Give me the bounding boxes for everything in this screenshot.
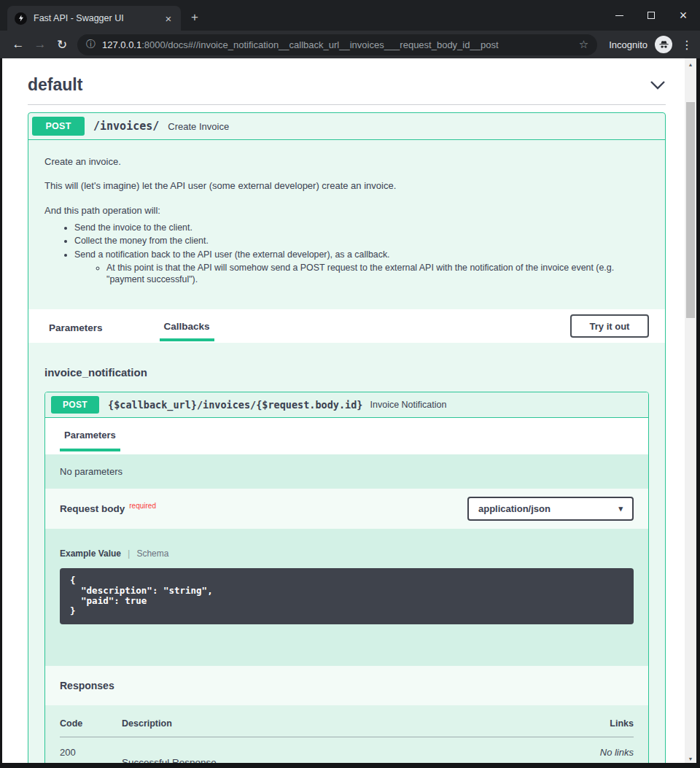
- column-header-links: Links: [546, 718, 634, 737]
- tab-title: Fast API - Swagger UI: [34, 13, 162, 23]
- chevron-down-icon[interactable]: [650, 80, 666, 90]
- scroll-up-icon[interactable]: ▲: [685, 62, 696, 67]
- browser-toolbar: ← → ↻ ⓘ 127.0.0.1:8000/docs#//invoice_no…: [0, 31, 700, 58]
- callback-summary-text: Invoice Notification: [370, 400, 447, 410]
- tab-separator: |: [128, 548, 130, 559]
- callback-parameters-tabrow: Parameters: [45, 418, 648, 454]
- code-line: "description": "string",: [70, 586, 623, 596]
- opblock-post-invoices: POST /invoices/ Create Invoice Create an…: [28, 112, 666, 768]
- description-list: Send the invoice to the client. Collect …: [74, 222, 649, 286]
- page-area: default POST /invoices/ Create Invoice C…: [0, 58, 700, 768]
- no-parameters-row: No parameters: [45, 454, 648, 489]
- content-type-select[interactable]: application/json ▾: [467, 497, 634, 521]
- example-tabs: Example Value | Schema: [60, 548, 634, 559]
- list-item: Collect the money from the client.: [74, 236, 649, 247]
- section-title: default: [28, 75, 82, 95]
- list-item: Send a notification back to the API user…: [74, 249, 649, 286]
- required-flag: required: [129, 502, 156, 510]
- close-icon[interactable]: ×: [675, 7, 691, 23]
- code-line: }: [70, 606, 623, 616]
- reload-icon[interactable]: ↻: [51, 37, 73, 53]
- scrollbar-thumb[interactable]: [686, 102, 695, 318]
- tab-parameters[interactable]: Parameters: [44, 313, 107, 340]
- maximize-icon[interactable]: [643, 7, 659, 23]
- window-bottom-edge: [0, 763, 700, 768]
- request-body-label: Request bodyrequired: [60, 503, 156, 514]
- window-controls: ×: [611, 0, 691, 31]
- scroll-down-icon[interactable]: ▼: [685, 756, 696, 761]
- tab-bar: Fast API - Swagger UI × + ×: [0, 0, 700, 31]
- bookmark-star-icon[interactable]: ☆: [572, 38, 588, 51]
- browser-tab[interactable]: Fast API - Swagger UI ×: [7, 6, 181, 31]
- code-line: {: [70, 575, 623, 586]
- description-sublist: At this point is that the API will someh…: [106, 263, 617, 285]
- callback-summary[interactable]: POST {$callback_url}/invoices/{$request.…: [45, 392, 648, 418]
- description-paragraph: This will (let's imagine) let the API us…: [44, 180, 649, 192]
- back-icon[interactable]: ←: [7, 37, 29, 52]
- code-line: "paid": true: [70, 596, 623, 606]
- list-item: Send the invoice to the client.: [74, 222, 649, 234]
- tab-parameters[interactable]: Parameters: [60, 418, 120, 451]
- opblock-description: Create an invoice. This will (let's imag…: [28, 140, 665, 309]
- tab-callbacks[interactable]: Callbacks: [160, 311, 214, 341]
- responses-heading: Responses: [45, 666, 648, 705]
- tab-example-value[interactable]: Example Value: [60, 548, 121, 559]
- content-type-value: application/json: [478, 503, 551, 514]
- try-it-out-button[interactable]: Try it out: [570, 314, 649, 338]
- column-header-code: Code: [60, 718, 122, 737]
- description-paragraph: Create an invoice.: [44, 156, 649, 168]
- column-header-description: Description: [122, 718, 546, 737]
- url-text: 127.0.0.1:8000/docs#//invoice_notificati…: [102, 39, 499, 50]
- menu-dots-icon[interactable]: ⋮: [681, 38, 693, 52]
- list-item: At this point is that the API will someh…: [106, 263, 617, 285]
- method-badge: POST: [32, 117, 85, 136]
- window-right-edge: [696, 58, 700, 768]
- section-divider: [28, 104, 666, 105]
- callbacks-section: invoice_notification POST {$callback_url…: [28, 343, 665, 768]
- operation-tabs: Parameters Callbacks Try it out: [28, 309, 665, 343]
- browser-window: Fast API - Swagger UI × + × ← → ↻ ⓘ 127.…: [0, 0, 700, 768]
- incognito-label: Incognito: [609, 39, 648, 50]
- section-header[interactable]: default: [28, 75, 666, 95]
- page-info-icon[interactable]: ⓘ: [86, 38, 96, 51]
- url-host: 127.0.0.1: [102, 39, 141, 50]
- opblock-summary[interactable]: POST /invoices/ Create Invoice: [28, 113, 665, 140]
- callback-path: {$callback_url}/invoices/{$request.body.…: [108, 399, 363, 411]
- incognito-icon: [655, 36, 672, 53]
- example-section: Example Value | Schema { "description": …: [45, 529, 648, 666]
- example-code-block[interactable]: { "description": "string", "paid": true …: [60, 568, 634, 624]
- url-path: :8000/docs#//invoice_notification__callb…: [141, 39, 498, 50]
- callback-opblock: POST {$callback_url}/invoices/{$request.…: [44, 392, 649, 768]
- swagger-page: default POST /invoices/ Create Invoice C…: [0, 58, 685, 768]
- forward-icon[interactable]: →: [29, 37, 51, 52]
- endpoint-summary: Create Invoice: [168, 121, 229, 132]
- tab-close-icon[interactable]: ×: [162, 12, 175, 25]
- responses-table-section: Code Description Links 200 Successful Re…: [45, 705, 648, 768]
- tab-schema[interactable]: Schema: [136, 548, 168, 559]
- responses-table: Code Description Links 200 Successful Re…: [60, 718, 634, 768]
- chevron-down-icon: ▾: [618, 504, 623, 513]
- request-body-row: Request bodyrequired application/json ▾: [45, 489, 648, 529]
- fastapi-bolt-icon: [15, 12, 27, 25]
- address-bar[interactable]: ⓘ 127.0.0.1:8000/docs#//invoice_notifica…: [77, 34, 597, 55]
- endpoint-path: /invoices/: [93, 120, 159, 133]
- minimize-icon[interactable]: [611, 7, 627, 23]
- method-badge: POST: [51, 396, 99, 414]
- page-scrollbar[interactable]: ▲ ▼: [685, 58, 696, 768]
- new-tab-icon[interactable]: +: [191, 10, 198, 25]
- description-paragraph: And this path operation will:: [44, 205, 649, 217]
- callback-heading: invoice_notification: [44, 366, 649, 379]
